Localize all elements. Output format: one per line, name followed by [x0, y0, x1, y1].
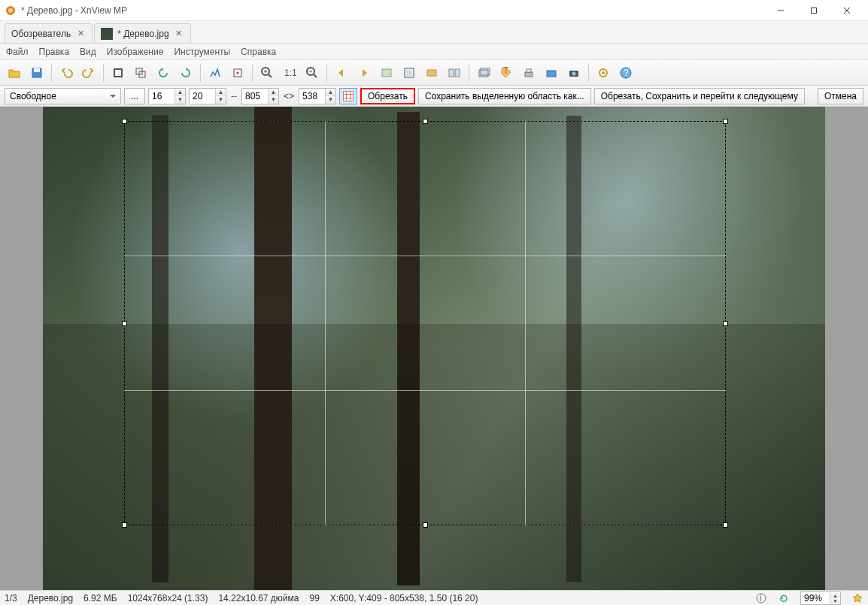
separator	[103, 64, 104, 82]
tab-row: Обозреватель ✕ * Дерево.jpg ✕	[0, 21, 868, 44]
status-index: 1/3	[5, 593, 17, 603]
titlebar: * Дерево.jpg - XnView MP	[0, 0, 868, 21]
zoom-input[interactable]: ▲▼	[800, 591, 841, 605]
open-icon[interactable]	[5, 63, 24, 83]
scan-icon[interactable]	[542, 63, 561, 83]
auto-levels-icon[interactable]	[228, 63, 247, 83]
prev-icon[interactable]	[332, 63, 351, 83]
handle-ne[interactable]	[723, 119, 728, 124]
zoom-100-icon[interactable]: 1:1	[280, 63, 299, 83]
grid-line	[124, 256, 726, 256]
print-icon[interactable]	[519, 63, 539, 83]
svg-rect-32	[547, 71, 556, 77]
swap-label[interactable]: <>	[282, 91, 296, 101]
crop-h-input[interactable]: ▲▼	[299, 88, 336, 104]
app-icon	[5, 5, 17, 17]
grid-line	[124, 390, 726, 391]
svg-rect-30	[525, 72, 533, 77]
crop-y-input[interactable]: ▲▼	[189, 88, 226, 104]
menubar: Файл Правка Вид Изображение Инструменты …	[0, 44, 868, 60]
crop-w-input[interactable]: ▲▼	[241, 88, 279, 104]
menu-tools[interactable]: Инструменты	[174, 47, 230, 57]
separator	[588, 64, 589, 82]
levels-icon[interactable]	[205, 63, 225, 83]
refresh-icon[interactable]	[778, 592, 790, 604]
maximize-button[interactable]	[797, 1, 830, 20]
selection-marquee[interactable]	[124, 121, 726, 525]
zoom-out-icon[interactable]	[302, 63, 322, 83]
svg-rect-25	[449, 69, 454, 77]
settings-icon[interactable]	[593, 63, 613, 83]
handle-nw[interactable]	[122, 119, 127, 124]
svg-rect-31	[527, 69, 531, 72]
tab-label: * Дерево.jpg	[117, 29, 168, 39]
next-icon[interactable]	[354, 63, 374, 83]
separator	[469, 64, 469, 82]
svg-line-14	[269, 74, 272, 77]
handle-e[interactable]	[723, 321, 728, 326]
rotate-right-icon[interactable]	[176, 63, 196, 83]
close-button[interactable]	[830, 1, 863, 20]
menu-help[interactable]: Справка	[241, 47, 276, 57]
tag-icon[interactable]: T	[496, 63, 516, 83]
crop-x-input[interactable]: ▲▼	[148, 88, 186, 104]
status-dpi: 99	[309, 593, 319, 603]
quickview-icon[interactable]	[377, 63, 396, 83]
svg-rect-8	[114, 69, 122, 77]
svg-point-36	[602, 71, 605, 74]
canvas-area[interactable]	[0, 107, 868, 590]
zoom-in-icon[interactable]	[257, 63, 277, 83]
grid-toggle-icon[interactable]	[339, 88, 357, 104]
svg-text:1:1: 1:1	[284, 68, 296, 78]
fullscreen-icon[interactable]	[399, 63, 419, 83]
status-filesize: 6.92 МБ	[83, 593, 117, 603]
svg-rect-39	[344, 91, 354, 101]
compare-icon[interactable]	[445, 63, 464, 83]
svg-rect-21	[382, 69, 391, 77]
save-icon[interactable]	[27, 63, 47, 83]
svg-text:T: T	[503, 66, 509, 76]
help-icon[interactable]: ?	[616, 63, 636, 83]
capture-icon[interactable]	[564, 63, 584, 83]
star-icon[interactable]	[851, 592, 863, 604]
grid-line	[525, 121, 526, 525]
menu-image[interactable]: Изображение	[107, 47, 164, 57]
handle-w[interactable]	[122, 321, 127, 326]
batch-icon[interactable]	[474, 63, 493, 83]
image-canvas[interactable]	[43, 107, 825, 590]
redo-icon[interactable]	[79, 63, 99, 83]
tab-image[interactable]: * Дерево.jpg ✕	[94, 23, 190, 43]
resize-icon[interactable]	[131, 63, 150, 83]
handle-se[interactable]	[723, 522, 728, 528]
cancel-button[interactable]: Отмена	[818, 88, 863, 104]
menu-view[interactable]: Вид	[80, 47, 96, 57]
separator	[200, 64, 201, 82]
crop-save-next-button[interactable]: Обрезать, Сохранить и перейти к следующе…	[594, 88, 805, 104]
handle-sw[interactable]	[122, 522, 127, 528]
svg-point-12	[237, 71, 239, 74]
menu-file[interactable]: Файл	[6, 47, 29, 57]
tab-browser[interactable]: Обозреватель ✕	[5, 23, 93, 43]
close-icon[interactable]: ✕	[75, 29, 86, 39]
grid-line	[325, 121, 326, 525]
menu-edit[interactable]: Правка	[39, 47, 70, 57]
slideshow-icon[interactable]	[422, 63, 442, 83]
handle-n[interactable]	[423, 119, 428, 124]
close-icon[interactable]: ✕	[174, 29, 184, 39]
crop-button[interactable]: Обрезать	[360, 88, 415, 104]
crop-toolbar: Свободное ... ▲▼ ▲▼ -- ▲▼ <> ▲▼ Обрезать…	[0, 86, 868, 107]
rotate-left-icon[interactable]	[153, 63, 173, 83]
tab-thumbnail	[101, 28, 113, 40]
separator	[252, 64, 253, 82]
crop-mode-combo[interactable]: Свободное	[5, 88, 121, 104]
undo-icon[interactable]	[56, 63, 76, 83]
handle-s[interactable]	[423, 522, 428, 528]
minimize-button[interactable]	[764, 1, 797, 20]
svg-point-1	[8, 8, 13, 13]
svg-rect-3	[812, 8, 817, 13]
save-selection-button[interactable]: Сохранить выделенную область как...	[418, 88, 591, 104]
crop-icon[interactable]	[108, 63, 128, 83]
crop-selection[interactable]	[124, 121, 726, 525]
more-button[interactable]: ...	[124, 88, 145, 104]
info-icon[interactable]: i	[755, 592, 767, 604]
